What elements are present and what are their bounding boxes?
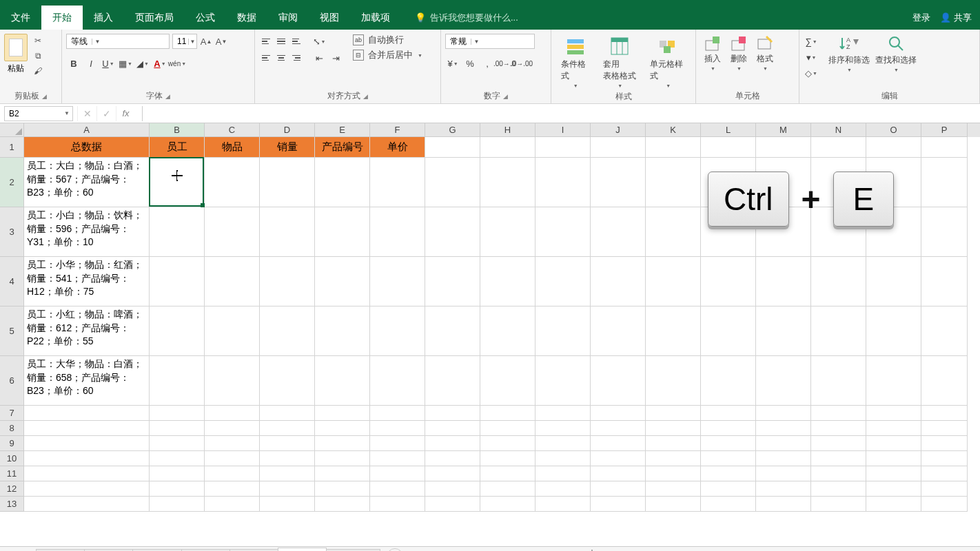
cell[interactable] — [205, 466, 260, 481]
cell[interactable] — [811, 306, 866, 356]
column-header[interactable]: C — [205, 123, 260, 137]
fill-color-button[interactable]: ◢▼ — [135, 56, 150, 71]
cell[interactable] — [591, 466, 646, 481]
cell[interactable] — [370, 406, 425, 421]
cell[interactable] — [646, 306, 701, 356]
number-format-combo[interactable]: 常规▼ — [445, 34, 535, 49]
menu-tab-5[interactable]: 数据 — [226, 6, 267, 30]
cell[interactable] — [921, 257, 968, 306]
cell[interactable] — [205, 158, 260, 207]
cell[interactable] — [811, 356, 866, 406]
cell[interactable] — [701, 137, 756, 158]
cell[interactable]: 员工：大白；物品：白酒；销量：567；产品编号：B23；单价：60 — [24, 158, 150, 207]
italic-button[interactable]: I — [83, 56, 99, 71]
cell[interactable]: 员工 — [150, 137, 205, 158]
align-middle-button[interactable] — [274, 34, 288, 49]
column-header[interactable]: A — [24, 123, 150, 137]
cell[interactable] — [480, 421, 535, 436]
cell[interactable] — [535, 257, 591, 306]
sort-filter-button[interactable]: AZ 排序和筛选▼ — [828, 34, 870, 72]
column-header[interactable]: J — [591, 123, 646, 137]
chevron-down-icon[interactable]: ▼ — [64, 110, 70, 116]
cell[interactable] — [866, 466, 921, 481]
autosum-button[interactable]: ∑▼ — [804, 34, 819, 49]
chevron-down-icon[interactable]: ▼ — [92, 39, 103, 45]
column-header[interactable]: H — [480, 123, 535, 137]
insert-function-button[interactable]: fx — [116, 106, 135, 121]
cell[interactable] — [921, 481, 968, 497]
cell[interactable] — [205, 497, 260, 512]
cell[interactable] — [370, 466, 425, 481]
align-center-button[interactable] — [274, 50, 288, 65]
cell[interactable] — [24, 436, 150, 451]
font-size-combo[interactable]: 11▼ — [172, 34, 197, 49]
menu-tab-4[interactable]: 公式 — [185, 6, 226, 30]
conditional-format-button[interactable]: 条件格式▼ — [555, 34, 595, 90]
cell[interactable] — [315, 421, 370, 436]
cell[interactable] — [370, 497, 425, 512]
cell[interactable] — [756, 306, 811, 356]
column-header[interactable]: F — [370, 123, 425, 137]
cell[interactable] — [24, 497, 150, 512]
cell[interactable] — [646, 451, 701, 466]
cell[interactable] — [24, 451, 150, 466]
cell[interactable] — [811, 497, 866, 512]
cell[interactable] — [646, 137, 701, 158]
cell[interactable] — [205, 207, 260, 257]
merge-center-button[interactable]: ⊟合并后居中▼ — [353, 49, 422, 61]
cell[interactable] — [756, 481, 811, 497]
cell[interactable]: 员工：大华；物品：白酒；销量：658；产品编号：B23；单价：60 — [24, 356, 150, 406]
cell[interactable] — [260, 481, 315, 497]
cell[interactable] — [315, 207, 370, 257]
cell[interactable] — [315, 306, 370, 356]
cell[interactable] — [701, 421, 756, 436]
cell[interactable] — [24, 421, 150, 436]
cell[interactable] — [260, 421, 315, 436]
cell[interactable] — [756, 451, 811, 466]
cell[interactable] — [535, 137, 591, 158]
cell[interactable] — [701, 481, 756, 497]
phonetic-button[interactable]: wén▼ — [170, 56, 185, 71]
cell[interactable] — [150, 207, 205, 257]
menu-tab-8[interactable]: 加载项 — [350, 6, 401, 30]
cell[interactable] — [260, 306, 315, 356]
increase-font-button[interactable]: A▲ — [200, 35, 212, 48]
cell[interactable] — [150, 356, 205, 406]
cell[interactable] — [811, 436, 866, 451]
cell[interactable] — [150, 257, 205, 306]
cell[interactable] — [205, 421, 260, 436]
cell[interactable] — [701, 406, 756, 421]
cell[interactable] — [591, 406, 646, 421]
cell[interactable] — [591, 306, 646, 356]
cell[interactable] — [866, 356, 921, 406]
signin-link[interactable]: 登录 — [912, 12, 930, 24]
cell[interactable] — [150, 406, 205, 421]
chevron-down-icon[interactable]: ▼ — [188, 39, 196, 45]
cell[interactable] — [646, 481, 701, 497]
cell[interactable] — [370, 481, 425, 497]
row-header[interactable]: 7 — [0, 406, 24, 421]
add-sheet-button[interactable]: ⊕ — [387, 548, 403, 552]
cell[interactable] — [535, 356, 591, 406]
cell[interactable]: 员工：小白；物品：饮料；销量：596；产品编号：Y31；单价：10 — [24, 207, 150, 257]
cell[interactable] — [921, 421, 968, 436]
cell[interactable] — [315, 356, 370, 406]
cell[interactable] — [535, 481, 591, 497]
cell[interactable] — [150, 481, 205, 497]
cell[interactable] — [921, 158, 968, 207]
cell[interactable] — [150, 436, 205, 451]
cell[interactable] — [921, 497, 968, 512]
cell[interactable] — [260, 158, 315, 207]
column-header[interactable]: B — [150, 123, 205, 137]
cell[interactable] — [535, 466, 591, 481]
cell[interactable] — [425, 466, 480, 481]
cell[interactable] — [315, 497, 370, 512]
wrap-text-button[interactable]: ab自动换行 — [353, 34, 422, 46]
cell[interactable] — [370, 451, 425, 466]
clear-button[interactable]: ◇▼ — [804, 65, 819, 81]
row-header[interactable]: 1 — [0, 137, 24, 158]
cell[interactable] — [646, 158, 701, 207]
cell[interactable] — [591, 207, 646, 257]
cell[interactable] — [370, 436, 425, 451]
cell[interactable] — [701, 436, 756, 451]
